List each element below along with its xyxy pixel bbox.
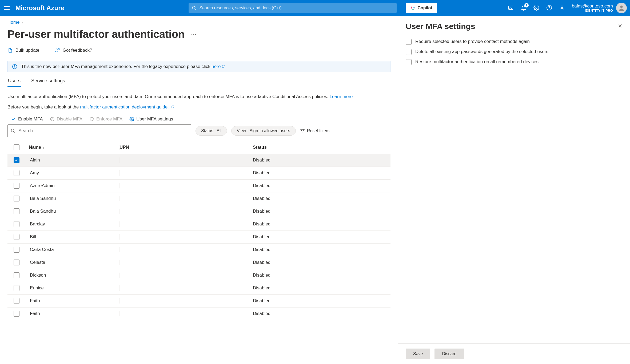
table-row[interactable]: Bala SandhuDisabled (7, 205, 390, 218)
sort-asc-icon: ↑ (43, 145, 45, 149)
svg-point-5 (549, 9, 549, 9)
table-row[interactable]: AzureAdminDisabled (7, 179, 390, 192)
info-link[interactable]: here (212, 64, 225, 69)
row-checkbox[interactable] (14, 208, 19, 214)
view-filter-pill[interactable]: View : Sign-in allowed users (231, 126, 296, 136)
tab-users[interactable]: Users (7, 78, 21, 87)
cell-status: Disabled (253, 209, 390, 214)
cell-name: Faith (29, 298, 119, 304)
svg-point-0 (193, 6, 196, 9)
description-2: Before you begin, take a look at the mul… (7, 103, 390, 111)
option-delete-app-passwords[interactable]: Delete all existing app passwords genera… (406, 49, 623, 55)
account-email: balas@contoso.com (572, 3, 613, 9)
table-row[interactable]: DicksonDisabled (7, 269, 390, 282)
feedback-button[interactable]: Got feedback? (55, 48, 92, 53)
table-row[interactable]: Carla CostaDisabled (7, 243, 390, 256)
row-checkbox[interactable] (14, 260, 19, 265)
deployment-guide-link[interactable]: multifactor authentication deployment gu… (80, 104, 174, 110)
feedback-label: Got feedback? (63, 48, 92, 53)
svg-point-3 (536, 7, 537, 9)
info-icon (12, 64, 17, 69)
cell-status: Disabled (253, 234, 390, 240)
discard-button[interactable]: Discard (434, 349, 464, 359)
menu-icon[interactable] (3, 4, 11, 12)
table-row[interactable]: AmyDisabled (7, 167, 390, 179)
copilot-icon (410, 6, 415, 10)
checkbox[interactable] (406, 59, 412, 65)
main-content: Home › Per-user multifactor authenticati… (0, 16, 398, 364)
row-checkbox[interactable] (14, 157, 19, 163)
disable-mfa-button[interactable]: Disable MFA (50, 116, 82, 122)
checkbox[interactable] (406, 39, 412, 45)
cell-name: AzureAdmin (29, 183, 119, 188)
account-text: balas@contoso.com IDENTITY IT PRO (572, 3, 613, 13)
table-row[interactable]: BarclayDisabled (7, 218, 390, 230)
enforce-mfa-button[interactable]: Enforce MFA (89, 116, 122, 122)
enable-mfa-button[interactable]: Enable MFA (11, 116, 43, 122)
filter-row: Status : All View : Sign-in allowed user… (7, 124, 390, 137)
row-checkbox[interactable] (14, 196, 19, 201)
notifications-icon[interactable]: 1 (521, 5, 527, 11)
user-mfa-settings-button[interactable]: User MFA settings (129, 116, 173, 122)
user-search-input[interactable] (7, 124, 191, 137)
svg-line-1 (195, 9, 196, 10)
table-row[interactable]: FaithDisabled (7, 294, 390, 307)
row-checkbox[interactable] (14, 247, 19, 253)
account-menu[interactable]: balas@contoso.com IDENTITY IT PRO (572, 3, 627, 13)
help-icon[interactable] (546, 5, 552, 11)
select-all-checkbox[interactable] (14, 144, 19, 150)
option-contact-methods[interactable]: Require selected users to provide contac… (406, 39, 623, 45)
svg-line-13 (51, 118, 54, 121)
cell-status: Disabled (253, 221, 390, 227)
gear-icon (129, 117, 134, 122)
row-checkbox[interactable] (14, 170, 19, 176)
copilot-button[interactable]: Copilot (406, 3, 437, 13)
row-checkbox[interactable] (14, 221, 19, 227)
col-name[interactable]: Name↑ (29, 145, 119, 150)
brand-label[interactable]: Microsoft Azure (15, 4, 64, 12)
cell-status: Disabled (253, 260, 390, 265)
cloud-shell-icon[interactable] (508, 5, 514, 11)
tab-bar: Users Service settings (7, 78, 390, 87)
checkbox[interactable] (406, 49, 412, 55)
status-filter-pill[interactable]: Status : All (196, 126, 227, 136)
row-checkbox[interactable] (14, 298, 19, 304)
row-checkbox[interactable] (14, 234, 19, 240)
cell-status: Disabled (253, 273, 390, 278)
save-button[interactable]: Save (406, 349, 430, 359)
svg-line-16 (14, 131, 15, 132)
table-row[interactable]: FaithDisabled (7, 307, 390, 320)
svg-point-11 (14, 65, 15, 66)
global-search-input[interactable] (189, 3, 397, 13)
cell-status: Disabled (253, 298, 390, 304)
row-checkbox[interactable] (14, 311, 19, 317)
row-checkbox[interactable] (14, 272, 19, 278)
cell-status: Disabled (253, 311, 390, 316)
cell-name: Eunice (29, 285, 119, 291)
option-restore-mfa[interactable]: Restore multifactor authentication on al… (406, 59, 623, 65)
close-icon[interactable] (618, 23, 623, 30)
reset-filters-button[interactable]: Reset filters (300, 128, 329, 133)
breadcrumb-home[interactable]: Home (7, 20, 19, 25)
col-status[interactable]: Status (253, 145, 390, 150)
col-upn[interactable]: UPN (119, 145, 253, 150)
table-row[interactable]: BillDisabled (7, 230, 390, 243)
table-row[interactable]: Bala SandhuDisabled (7, 192, 390, 205)
learn-more-link[interactable]: Learn more (330, 94, 353, 99)
row-checkbox[interactable] (14, 285, 19, 291)
table-row[interactable]: AlainDisabled (7, 154, 390, 167)
copilot-label: Copilot (417, 6, 432, 10)
svg-point-7 (620, 6, 623, 8)
settings-icon[interactable] (533, 5, 539, 11)
more-button[interactable]: ··· (191, 31, 197, 37)
cell-status: Disabled (253, 157, 390, 163)
bulk-update-button[interactable]: Bulk update (7, 48, 39, 53)
cell-name: Barclay (29, 221, 119, 227)
table-row[interactable]: CelesteDisabled (7, 256, 390, 269)
table-row[interactable]: EuniceDisabled (7, 282, 390, 294)
tab-service-settings[interactable]: Service settings (31, 78, 66, 87)
cell-name: Bill (29, 234, 119, 240)
users-table: Name↑ UPN Status AlainDisabledAmyDisable… (7, 141, 390, 320)
row-checkbox[interactable] (14, 183, 19, 189)
feedback-icon[interactable] (559, 5, 565, 11)
